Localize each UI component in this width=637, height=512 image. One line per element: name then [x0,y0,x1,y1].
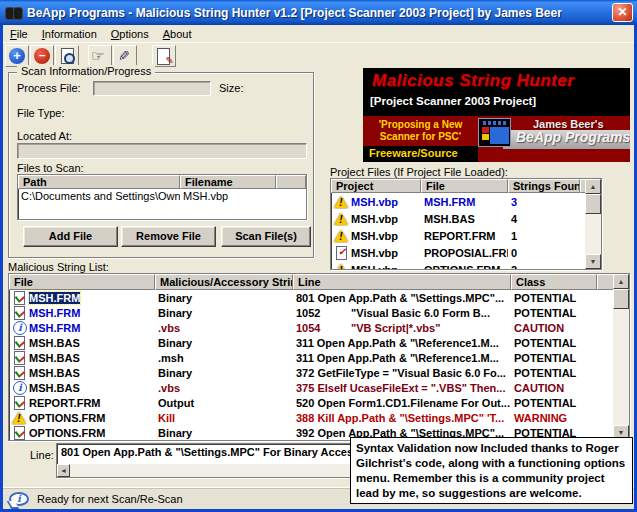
files-list-header: Path Filename [18,175,306,189]
scan-info-group: Scan Information/Progress Process File: … [8,72,314,258]
banner-slogan: 'Proposing a New Scanner for PSC' [363,116,478,146]
window-border [0,25,3,512]
column-header-line[interactable]: Line [293,274,511,290]
malicious-string-list-label: Malicious String List: [8,261,109,273]
files-list-row[interactable]: C:\Documents and Settings\Owner\... MSH.… [18,189,306,203]
table-row[interactable]: MSH.FRM .vbs 1054 "VB Script|*.vbs" CAUT… [9,320,613,335]
banner-brand: BeApp Programs [516,129,630,145]
project-file-row[interactable]: MSH.vbp OPTIONS.FRM 2 [331,261,585,269]
window-title: BeApp Programs - Malicious String Hunter… [27,6,562,20]
column-header-file[interactable]: File [9,274,155,290]
table-row[interactable]: REPORT.FRM Output 520 Open Form1.CD1.Fil… [9,395,613,410]
table-row[interactable]: MSH.FRM Binary 1052 "Visual Basic 6.0 Fo… [9,305,613,320]
menu-item[interactable]: File [3,27,35,41]
row-status-icon [12,291,27,305]
banner-title: Malicious String Hunter [363,68,630,91]
menu-item[interactable]: About [156,27,199,41]
row-status-icon [12,426,27,440]
project-file-row[interactable]: MSH.vbp PROPOSIAL.FRM 0 [331,244,585,261]
table-row[interactable]: MSH.FRM Binary 801 Open App.Path & "\Set… [9,290,613,305]
info-tooltip: Syntax Validation now Included thanks to… [350,437,633,504]
table-row[interactable]: MSH.BAS .msh 311 Open App.Path & "\Refer… [9,350,613,365]
project-file-row[interactable]: MSH.vbp MSH.FRM 3 [331,193,585,210]
scroll-up-icon[interactable] [585,179,601,194]
column-header-filler [276,175,306,189]
title-bar: BeApp Programs - Malicious String Hunter… [0,0,637,25]
menu-item[interactable]: Information [35,27,104,41]
scroll-down-icon[interactable] [585,254,601,269]
row-status-icon [12,396,27,410]
line-label: Line: [30,449,54,461]
table-row[interactable]: MSH.BAS Binary 311 Open App.Path & "\Ref… [9,335,613,350]
edit-document-toolbar-button[interactable] [152,45,176,67]
row-status-icon [12,321,27,335]
files-to-scan-label: Files to Scan: [17,162,84,174]
scroll-thumb[interactable] [613,289,629,309]
app-banner: Malicious String Hunter [Project Scanner… [363,68,630,162]
add-file-button[interactable]: Add File [23,226,118,247]
binoculars-icon [5,6,23,20]
scroll-thumb[interactable] [585,194,601,214]
remove-file-toolbar-button[interactable] [30,45,54,67]
row-status-icon [334,263,349,270]
row-status-icon [12,336,27,350]
located-at-field[interactable] [17,143,307,159]
project-file-row[interactable]: MSH.vbp REPORT.FRM 1 [331,227,585,244]
pointer-toolbar-button[interactable] [88,45,112,67]
file-type-label: File Type: [17,107,65,119]
table-row[interactable]: MSH.BAS .vbs 375 ElseIf UcaseFileExt = "… [9,380,613,395]
table-row[interactable]: OPTIONS.FRM Kill 388 Kill App.Path & "\S… [9,410,613,425]
scan-files-button[interactable]: Scan File(s) [221,226,311,247]
row-status-icon [12,306,27,320]
add-file-toolbar-button[interactable] [5,45,29,67]
project-files-scrollbar[interactable] [585,179,601,269]
located-at-label: Located At: [17,130,72,142]
project-files-list[interactable]: Project File Strings Found MSH.vbp MSH.F… [330,178,602,270]
row-status-icon [12,351,27,365]
table-row[interactable]: MSH.BAS Binary 372 GetFileType = "Visual… [9,365,613,380]
group-title: Scan Information/Progress [17,65,155,77]
project-files-label: Project Files (If Project File Loaded): [330,166,508,178]
project-file-row[interactable]: MSH.vbp MSH.BAS 4 [331,210,585,227]
row-status-icon [334,246,349,260]
column-header-file[interactable]: File [421,179,508,193]
app-window: BeApp Programs - Malicious String Hunter… [0,0,637,512]
close-button[interactable]: ✕ [612,3,633,22]
files-to-scan-list[interactable]: Path Filename C:\Documents and Settings\… [17,174,307,220]
column-header-path[interactable]: Path [18,175,180,189]
column-header-filename[interactable]: Filename [180,175,276,189]
column-header-strings-found[interactable]: Strings Found [508,179,580,193]
beapp-logo-icon [478,118,511,147]
row-status-icon [12,366,27,380]
row-status-icon [12,381,27,395]
menu-bar: FileInformationOptionsAbout [3,25,634,42]
scan-toolbar-button[interactable] [55,45,79,67]
process-file-field[interactable] [93,81,211,96]
status-text: Ready for next Scan/Re-Scan [37,493,183,505]
banner-subtitle: [Project Scanner 2003 Project] [363,91,630,107]
malicious-string-list[interactable]: File Malicious/Accessory String Line Cla… [8,273,630,441]
pen-toolbar-button[interactable] [113,45,137,67]
scroll-up-icon[interactable] [613,274,629,289]
remove-file-button[interactable]: Remove File [121,226,216,247]
row-status-icon [12,411,27,425]
column-header-class[interactable]: Class [511,274,597,290]
row-status-icon [334,229,349,243]
row-status-icon [334,212,349,226]
scroll-left-icon[interactable] [57,464,70,477]
string-list-scrollbar[interactable] [613,274,629,440]
column-header-string[interactable]: Malicious/Accessory String [155,274,293,290]
size-label: Size: [219,82,243,94]
column-header-project[interactable]: Project [331,179,421,193]
menu-item[interactable]: Options [104,27,156,41]
banner-freeware: Freeware/Source [363,146,478,162]
info-bubble-icon [9,492,29,506]
process-file-label: Process File: [17,82,81,94]
row-status-icon [334,195,349,209]
